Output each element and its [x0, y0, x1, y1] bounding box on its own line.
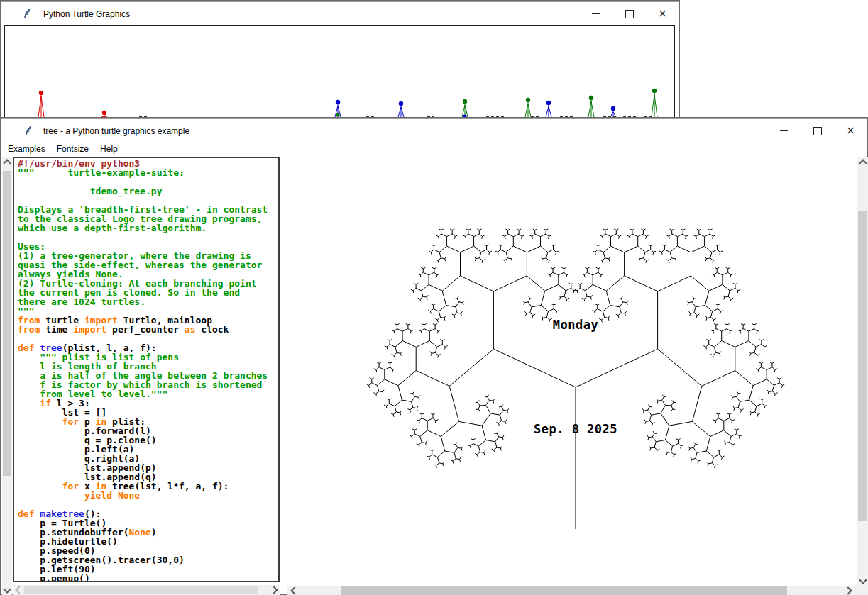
mini-canvas-svg — [5, 26, 674, 123]
chevron-down-icon — [859, 576, 867, 584]
minimize-icon — [592, 13, 600, 14]
fg-window-title: tree - a Python turtle graphics example — [43, 126, 189, 136]
scrollbar-thumb[interactable] — [3, 171, 11, 476]
scrollbar-corner — [855, 586, 868, 595]
fg-maximize-button[interactable] — [801, 119, 834, 143]
scroll-right-arrow[interactable] — [270, 585, 280, 595]
chevron-left-icon — [290, 586, 298, 594]
scroll-down-arrow[interactable] — [857, 576, 868, 586]
panel-sash[interactable] — [280, 157, 287, 584]
bg-titlebar[interactable]: Python Turtle Graphics × — [1, 2, 679, 26]
code-line: tdemo_tree.py — [18, 187, 278, 196]
scroll-left-arrow[interactable] — [288, 586, 298, 595]
fg-close-button[interactable]: × — [834, 119, 867, 143]
scroll-up-arrow[interactable] — [857, 157, 868, 167]
bg-close-button[interactable]: × — [646, 2, 679, 26]
menu-examples[interactable]: Examples — [8, 144, 45, 154]
scrollbar-thumb[interactable] — [858, 211, 867, 521]
code-text: #!/usr/bin/env python3""" turtle-example… — [14, 158, 278, 582]
canvas-vertical-scrollbar[interactable] — [857, 157, 868, 586]
close-icon: × — [658, 9, 667, 19]
scroll-left-arrow[interactable] — [13, 585, 23, 595]
bg-maximize-button[interactable] — [612, 2, 646, 26]
canvas-pane: MondaySep. 8 2025 — [287, 157, 855, 584]
menu-fontsize[interactable]: Fontsize — [57, 144, 89, 154]
bg-minimize-button[interactable] — [579, 2, 612, 26]
chevron-right-icon — [270, 586, 278, 594]
code-line — [18, 233, 278, 242]
minimize-icon — [780, 130, 788, 131]
bg-turtle-canvas — [4, 25, 675, 124]
code-line: which use a depth-first-algorithm. — [18, 223, 278, 233]
chevron-up-icon — [3, 159, 11, 167]
menubar: Examples Fontsize Help — [1, 143, 867, 155]
turtledemo-window: tree - a Python turtle graphics example … — [0, 117, 868, 595]
canvas-horizontal-scrollbar[interactable] — [287, 586, 855, 595]
scroll-down-arrow[interactable] — [2, 585, 12, 595]
code-horizontal-scrollbar[interactable] — [13, 585, 280, 595]
code-line: there are 1024 turtles. — [18, 297, 278, 306]
maximize-icon — [813, 127, 822, 135]
tk-feather-icon — [23, 125, 35, 136]
tk-feather-icon — [22, 8, 33, 19]
fg-titlebar[interactable]: tree - a Python turtle graphics example … — [1, 119, 867, 143]
turtle-tree-svg — [287, 157, 855, 584]
code-line: yield None — [18, 491, 278, 500]
chevron-right-icon — [844, 586, 852, 594]
scrollbar-thumb[interactable] — [24, 586, 258, 594]
code-line: """ turtle-example-suite: — [18, 168, 278, 177]
chevron-down-icon — [3, 585, 11, 593]
scroll-up-arrow[interactable] — [2, 157, 12, 167]
fg-minimize-button[interactable] — [767, 119, 801, 143]
maximize-icon — [625, 10, 634, 18]
turtle-canvas: MondaySep. 8 2025 — [287, 157, 855, 584]
chevron-up-icon — [859, 159, 867, 167]
chevron-left-icon — [15, 586, 23, 594]
turtle-canvas-text: Sep. 8 2025 — [534, 422, 617, 436]
scrollbar-thumb[interactable] — [341, 586, 787, 595]
close-icon: × — [846, 126, 855, 136]
menu-help[interactable]: Help — [100, 144, 118, 154]
code-pane[interactable]: #!/usr/bin/env python3""" turtle-example… — [13, 157, 280, 582]
bg-window-title: Python Turtle Graphics — [43, 9, 130, 19]
code-line: p.penup() — [18, 574, 278, 582]
turtle-canvas-text: Monday — [553, 318, 598, 332]
scroll-right-arrow[interactable] — [844, 586, 854, 595]
background-window: Python Turtle Graphics × — [0, 0, 680, 121]
code-vertical-scrollbar[interactable] — [2, 157, 12, 595]
code-line: from time import perf_counter as clock — [18, 325, 278, 334]
